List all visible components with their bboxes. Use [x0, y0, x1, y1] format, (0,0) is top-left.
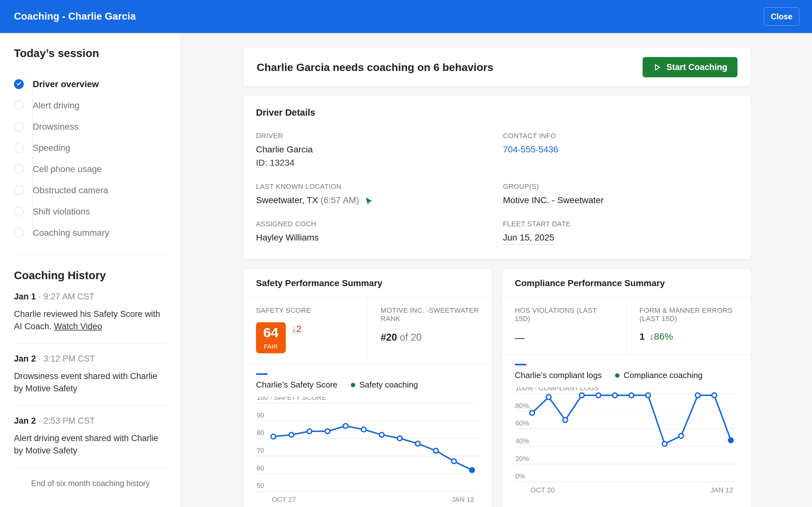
step-shift-violations[interactable]: Shift violations	[14, 201, 167, 222]
field-label: LAST KNOWN LOCATION	[256, 182, 503, 191]
field-label: ASSIGNED COCH	[256, 220, 503, 228]
errors-delta: ↓86%	[649, 331, 673, 342]
step-obstructed-camera[interactable]: Obstructed camera	[14, 180, 167, 201]
close-button[interactable]: Close	[764, 7, 799, 26]
step-driver-overview[interactable]: Driver overview	[14, 73, 167, 95]
safety-score-badge: 64 FAIR	[256, 322, 286, 353]
step-empty-circle	[14, 185, 24, 195]
top-header-bar: Coaching - Charlie Garcia Close	[0, 0, 812, 33]
history-date: Jan 2	[14, 354, 36, 363]
rank-value: #20	[380, 332, 397, 343]
driver-id: ID: 13234	[256, 158, 503, 168]
play-icon	[653, 63, 661, 72]
step-speeding[interactable]: Speeding	[14, 137, 167, 158]
step-label: Speeding	[33, 143, 70, 153]
banner-title: Charlie Garcia needs coaching on 6 behav…	[257, 61, 493, 73]
svg-text:100% - COMPLIANT LOGS: 100% - COMPLIANT LOGS	[515, 387, 599, 392]
start-coaching-button[interactable]: Start Coaching	[643, 57, 738, 77]
legend-coaching-label: Safety coaching	[359, 380, 418, 390]
field-assigned-coach: ASSIGNED COCH Hayley Williams	[256, 220, 503, 245]
safety-score-delta: ↓2	[292, 324, 302, 334]
line-series-marker	[256, 373, 268, 375]
step-label: Shift violations	[33, 207, 90, 217]
field-label: DRIVER	[256, 132, 503, 140]
phone-link[interactable]: 704-555-5436	[503, 145, 738, 155]
history-time: 3:12 PM CST	[44, 354, 95, 363]
sidebar-divider	[14, 254, 167, 255]
session-sidebar: Today’s session Driver overview Alert dr…	[0, 33, 181, 507]
history-text: Alert driving event shared with Charlie …	[14, 432, 167, 457]
step-label: Obstructed camera	[33, 185, 108, 195]
stat-label: HOS VIOLATIONS (LAST 15D)	[515, 306, 614, 323]
step-empty-circle	[14, 122, 24, 131]
coaching-banner: Charlie Garcia needs coaching on 6 behav…	[243, 48, 751, 87]
svg-text:100 - SAFETY SCORE: 100 - SAFETY SCORE	[257, 397, 326, 401]
coach-value: Hayley Williams	[256, 233, 503, 243]
groups-value: Motive INC. - Sweetwater	[503, 195, 738, 205]
performance-row: Safety Performance Summary SAFETY SCORE …	[243, 268, 751, 507]
driver-details-title: Driver Details	[256, 107, 738, 118]
svg-text:JAN 12: JAN 12	[710, 486, 733, 494]
field-groups: GROUP(S) Motive INC. - Sweetwater	[503, 182, 738, 205]
safety-card-title: Safety Performance Summary	[243, 269, 492, 297]
step-label: Cell phone usage	[33, 164, 102, 174]
field-label: GROUP(S)	[503, 182, 738, 191]
field-location: LAST KNOWN LOCATION Sweetwater, TX (6:57…	[256, 182, 503, 205]
main-content: Charlie Garcia needs coaching on 6 behav…	[181, 33, 812, 507]
driver-name: Charlie Garcia	[256, 145, 503, 155]
safety-performance-card: Safety Performance Summary SAFETY SCORE …	[243, 268, 492, 507]
field-label: CONTACT INFO	[503, 132, 738, 140]
legend-series-label: Charlie’s Safety Score	[256, 380, 338, 390]
history-entry: Jan 2 · 2:53 PM CST Alert driving event …	[14, 406, 167, 468]
svg-text:80: 80	[257, 429, 264, 437]
compliance-performance-card: Compliance Performance Summary HOS VIOLA…	[502, 268, 751, 507]
svg-text:50: 50	[257, 482, 264, 490]
step-label: Alert driving	[33, 101, 80, 111]
svg-text:40%: 40%	[515, 437, 529, 445]
history-date: Jan 1	[14, 292, 36, 301]
svg-text:OCT 20: OCT 20	[531, 486, 555, 494]
check-icon	[16, 80, 22, 88]
navigation-arrow-icon	[363, 196, 372, 205]
coaching-dot-marker	[615, 373, 619, 378]
form-manner-errors-cell: FORM & MANNER ERRORS (LAST 15D) 1 ↓86%	[626, 297, 751, 354]
history-entry: Jan 1 · 9:27 AM CST Charlie reviewed his…	[14, 282, 167, 343]
compliant-logs-chart: 100% - COMPLIANT LOGS80%60%40%20%0%OCT 2…	[515, 387, 738, 495]
step-label: Coaching summary	[33, 228, 109, 238]
step-empty-circle	[14, 164, 24, 174]
driver-details-card: Driver Details DRIVER Charlie Garcia ID:…	[243, 96, 751, 260]
field-driver: DRIVER Charlie Garcia ID: 13234	[256, 132, 503, 168]
history-end-note: End of six month coaching history	[14, 468, 167, 499]
session-stepper: Driver overview Alert driving Drowsiness…	[14, 73, 167, 243]
dot-separator: ·	[38, 354, 41, 363]
location-time: (6:57 AM)	[321, 195, 359, 205]
dot-separator: ·	[38, 416, 41, 426]
line-series-marker	[515, 364, 526, 365]
driver-details-grid: DRIVER Charlie Garcia ID: 13234 CONTACT …	[256, 132, 738, 245]
svg-text:OCT 27: OCT 27	[272, 496, 296, 504]
safety-chart-legend: Charlie’s Safety Score Safety coaching	[243, 364, 492, 390]
start-coaching-label: Start Coaching	[666, 62, 727, 72]
svg-text:JAN 12: JAN 12	[451, 496, 474, 504]
step-alert-driving[interactable]: Alert driving	[14, 95, 167, 116]
safety-score-band: FAIR	[264, 343, 278, 350]
step-cell-phone-usage[interactable]: Cell phone usage	[14, 158, 167, 180]
step-empty-circle	[14, 228, 24, 238]
step-coaching-summary[interactable]: Coaching summary	[14, 222, 167, 243]
fleet-start-date[interactable]: Jun 15, 2025	[503, 233, 554, 245]
step-label: Driver overview	[33, 79, 99, 89]
field-fleet-start-date: FLEET START DATE Jun 15, 2025	[503, 220, 738, 245]
hos-violations-cell: HOS VIOLATIONS (LAST 15D) —	[502, 297, 626, 354]
svg-text:60%: 60%	[515, 419, 529, 427]
compliance-chart-legend: Charlie’s compliant logs Compliance coac…	[502, 355, 751, 380]
legend-coaching-label: Compliance coaching	[623, 371, 703, 380]
svg-text:20%: 20%	[515, 455, 529, 463]
page-title: Coaching - Charlie Garcia	[14, 11, 136, 22]
watch-video-link[interactable]: Watch Video	[54, 322, 102, 331]
compliance-card-title: Compliance Performance Summary	[502, 269, 751, 297]
step-empty-circle	[14, 143, 24, 153]
step-drowsiness[interactable]: Drowsiness	[14, 116, 167, 137]
history-time: 2:53 PM CST	[44, 416, 95, 426]
coaching-history-title: Coaching History	[14, 269, 167, 282]
history-time: 9:27 AM CST	[44, 292, 95, 301]
